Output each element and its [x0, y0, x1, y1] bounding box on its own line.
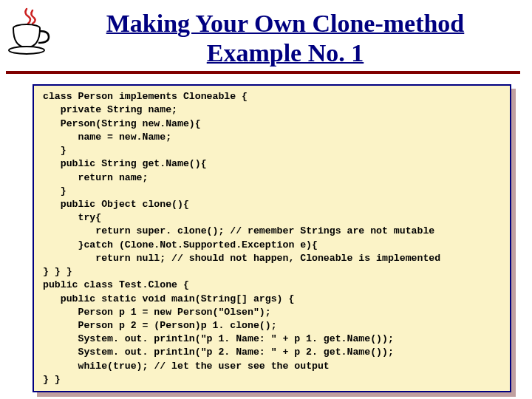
code-line: public class Test.Clone {	[43, 279, 189, 290]
code-line: public static void main(String[] args) {	[43, 293, 294, 304]
slide-title: Making Your Own Clone-method Example No.…	[50, 9, 520, 68]
code-line: } } }	[43, 266, 72, 277]
code-line: System. out. println("p 2. Name: " + p 2…	[43, 347, 394, 358]
code-line: class Person implements Cloneable {	[43, 91, 248, 102]
divider	[6, 71, 520, 74]
code-line: } }	[43, 374, 61, 385]
java-cup-icon	[6, 6, 50, 59]
code-line: try{	[43, 212, 101, 223]
code-line: while(true);	[43, 361, 154, 372]
slide-header: Making Your Own Clone-method Example No.…	[0, 0, 532, 68]
code-block: class Person implements Cloneable { priv…	[33, 84, 511, 392]
code-line: name = new.Name;	[43, 132, 171, 143]
code-line: public String get.Name(){	[43, 158, 207, 169]
code-line: }	[43, 185, 66, 197]
code-line: System. out. println("p 1. Name: " + p 1…	[43, 333, 394, 344]
code-line: Person(String new.Name){	[43, 118, 201, 129]
code-line: private String name;	[43, 104, 177, 115]
code-line: public Object clone(){	[43, 199, 189, 210]
code-comment: // let the user see the output	[154, 361, 329, 372]
code-line: }catch (Clone.Not.Supported.Exception e)…	[43, 239, 318, 250]
code-comment: // should not happen, Cloneable is imple…	[171, 253, 440, 264]
code-line: }	[43, 145, 66, 156]
code-container: class Person implements Cloneable { priv…	[33, 84, 511, 392]
svg-point-1	[9, 47, 44, 54]
title-line-2: Example No. 1	[50, 38, 520, 68]
code-line: Person p 1 = new Person("Olsen");	[43, 307, 271, 318]
code-line: return name;	[43, 172, 148, 183]
code-line: return super. clone();	[43, 225, 230, 236]
title-line-1: Making Your Own Clone-method	[50, 9, 520, 38]
code-comment: // remember Strings are not mutable	[230, 225, 434, 236]
code-line: return null;	[43, 253, 171, 264]
code-line: Person p 2 = (Person)p 1. clone();	[43, 320, 277, 331]
